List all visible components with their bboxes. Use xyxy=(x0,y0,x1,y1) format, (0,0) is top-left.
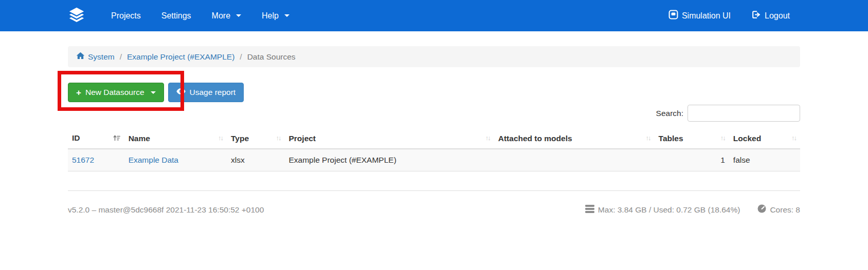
nav-projects[interactable]: Projects xyxy=(101,0,151,31)
column-header-id[interactable]: ID xyxy=(68,129,124,149)
caret-down-icon xyxy=(284,14,290,17)
memory-text: Max: 3.84 GB / Used: 0.72 GB (18.64%) xyxy=(598,205,740,215)
nav-settings[interactable]: Settings xyxy=(151,0,202,31)
datasource-type-cell: xlsx xyxy=(227,149,284,171)
cores-text: Cores: 8 xyxy=(770,205,800,215)
table-row: 51672 Example Data xlsx Example Project … xyxy=(68,149,800,171)
toolbar: + New Datasource Usage report xyxy=(68,83,800,102)
sort-icon: ↑↓ xyxy=(485,134,490,142)
footer-divider xyxy=(68,190,800,191)
nav-more-label: More xyxy=(212,11,230,21)
layers-icon xyxy=(68,6,85,26)
sort-icon: ↑↓ xyxy=(276,134,280,142)
column-header-project[interactable]: ↑↓ Project xyxy=(284,129,494,149)
new-datasource-label: New Datasource xyxy=(85,88,144,97)
nav-simulation-ui-label: Simulation UI xyxy=(682,11,731,21)
nav-help-label: Help xyxy=(262,11,279,21)
column-header-tables[interactable]: ↑↓ Tables xyxy=(655,129,729,149)
nav-settings-label: Settings xyxy=(161,11,191,21)
sort-icon: ↑↓ xyxy=(720,134,725,142)
usage-report-label: Usage report xyxy=(190,88,236,97)
column-header-locked[interactable]: ↑↓ Locked xyxy=(729,129,800,149)
search-label: Search: xyxy=(656,109,683,118)
memory-usage: Max: 3.84 GB / Used: 0.72 GB (18.64%) xyxy=(585,205,740,215)
nav-projects-label: Projects xyxy=(111,11,141,21)
app-logo[interactable] xyxy=(68,6,85,26)
sort-icon: ↑↓ xyxy=(646,134,650,142)
app-window-icon xyxy=(668,10,678,22)
breadcrumb-separator: / xyxy=(240,52,242,62)
memory-icon xyxy=(585,205,594,215)
column-label-tables: Tables xyxy=(659,134,683,143)
nav-more[interactable]: More xyxy=(202,0,251,31)
search-bar: Search: xyxy=(68,105,800,122)
column-header-attached-to-models[interactable]: ↑↓ Attached to models xyxy=(494,129,655,149)
sort-icon: ↑↓ xyxy=(791,134,796,142)
sort-ascending-icon xyxy=(113,134,120,144)
datasources-table: ID ↑↓ Name ↑↓ Type ↑↓ Project ↑↓ Attache… xyxy=(68,129,800,171)
column-label-type: Type xyxy=(231,134,249,143)
usage-report-button[interactable]: Usage report xyxy=(168,83,244,102)
version-text: v5.2.0 – master@5dc9668f 2021-11-23 16:5… xyxy=(68,205,264,215)
breadcrumb-current: Data Sources xyxy=(247,52,296,62)
datasource-tables-cell: 1 xyxy=(655,149,729,171)
nav-logout-label: Logout xyxy=(765,11,790,21)
column-label-name: Name xyxy=(129,134,150,143)
top-navbar: Projects Settings More Help Simulation U… xyxy=(0,0,868,31)
nav-help[interactable]: Help xyxy=(251,0,300,31)
datasource-name-link[interactable]: Example Data xyxy=(129,156,178,164)
column-label-attached-to-models: Attached to models xyxy=(498,134,572,143)
nav-logout[interactable]: Logout xyxy=(741,0,800,31)
breadcrumb-system-label: System xyxy=(88,52,115,62)
nav-simulation-ui[interactable]: Simulation UI xyxy=(658,0,741,31)
plus-icon: + xyxy=(76,88,81,97)
page-footer: v5.2.0 – master@5dc9668f 2021-11-23 16:5… xyxy=(68,204,800,215)
datasource-locked-cell: false xyxy=(729,149,800,171)
breadcrumb-system[interactable]: System xyxy=(76,51,115,62)
eye-icon xyxy=(176,88,186,97)
caret-down-icon xyxy=(151,91,156,94)
column-label-locked: Locked xyxy=(733,134,761,143)
gauge-icon xyxy=(757,204,766,215)
home-icon xyxy=(76,51,85,62)
caret-down-icon xyxy=(236,14,241,17)
sort-icon: ↑↓ xyxy=(218,134,223,142)
new-datasource-button[interactable]: + New Datasource xyxy=(68,83,164,102)
breadcrumb-project[interactable]: Example Project (#EXAMPLE) xyxy=(127,52,234,62)
table-header-row: ID ↑↓ Name ↑↓ Type ↑↓ Project ↑↓ Attache… xyxy=(68,129,800,149)
column-label-id: ID xyxy=(72,133,80,142)
datasource-id-link[interactable]: 51672 xyxy=(72,156,94,164)
column-header-type[interactable]: ↑↓ Type xyxy=(227,129,284,149)
breadcrumb-separator: / xyxy=(120,52,122,62)
breadcrumb: System / Example Project (#EXAMPLE) / Da… xyxy=(68,46,800,67)
logout-icon xyxy=(751,10,761,22)
column-header-name[interactable]: ↑↓ Name xyxy=(124,129,227,149)
datasource-attached-cell xyxy=(494,149,655,171)
datasource-project-cell: Example Project (#EXAMPLE) xyxy=(284,149,494,171)
column-label-project: Project xyxy=(288,134,316,143)
search-input[interactable] xyxy=(688,105,800,122)
cores-info: Cores: 8 xyxy=(757,204,800,215)
breadcrumb-project-label: Example Project (#EXAMPLE) xyxy=(127,52,234,62)
